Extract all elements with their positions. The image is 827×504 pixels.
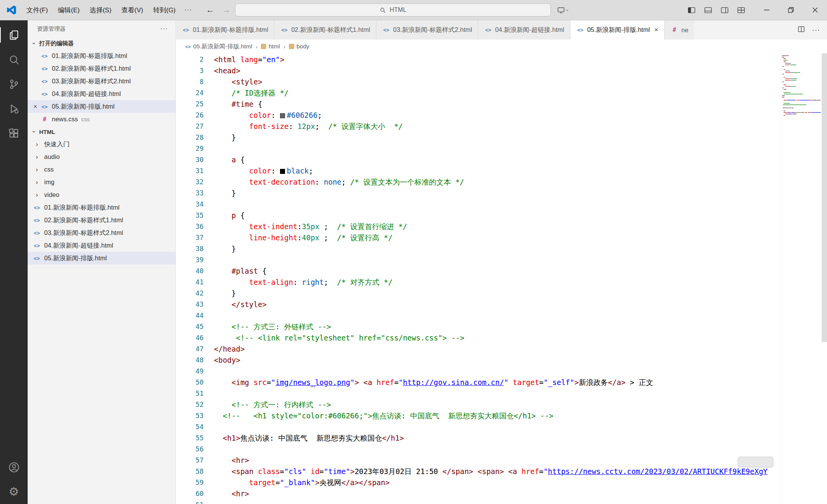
code-line[interactable]: 56	[176, 444, 781, 455]
breadcrumb-item[interactable]: body	[289, 43, 310, 50]
minimize-button[interactable]	[754, 0, 779, 20]
code-line[interactable]: 48<body>	[176, 355, 781, 366]
tree-item-file[interactable]: <>04.新浪新闻-超链接.html	[28, 239, 176, 252]
tab[interactable]: <>01.新浪新闻-标题排版.html	[176, 20, 274, 40]
code-line[interactable]: 53 <!-- <h1 style="color:#606266;">焦点访谈:…	[176, 410, 781, 421]
code-line[interactable]: 41 text-align: right; /* 对齐方式 */	[176, 277, 781, 288]
tab[interactable]: <>05.新浪新闻-排版.html×	[570, 20, 665, 40]
menu-item[interactable]: 转到(G)	[148, 3, 181, 17]
code-line[interactable]: 44	[176, 310, 781, 321]
tree-item-folder[interactable]: ›img	[28, 176, 176, 188]
code-line[interactable]: 31 color: black;	[176, 165, 781, 177]
close-button[interactable]	[803, 0, 827, 20]
code-line[interactable]: 55 <h1>焦点访谈: 中国底气 新思想夯实大粮国仓</h1>	[176, 433, 781, 444]
scrollbar-thumb[interactable]	[822, 53, 827, 342]
activity-run-debug[interactable]	[0, 96, 28, 121]
code-line[interactable]: 52 <!-- 方式一: 行内样式 -->	[176, 399, 781, 410]
activity-explorer[interactable]	[0, 23, 28, 47]
open-editor-item[interactable]: <>02.新浪新闻-标题样式1.html	[28, 62, 176, 75]
tab[interactable]: #ne	[665, 20, 694, 40]
open-editor-item[interactable]: <>03.新浪新闻-标题样式2.html	[28, 75, 176, 88]
code-line[interactable]: 59 target="_blank">央视网</a></span>	[176, 477, 781, 488]
history-forward-button[interactable]: →	[222, 5, 230, 15]
command-center-search[interactable]: HTML	[235, 3, 551, 17]
open-editor-item[interactable]: #news.csscss	[28, 113, 176, 126]
toggle-secondary-sidebar-button[interactable]	[721, 7, 729, 14]
close-icon[interactable]: ×	[31, 103, 40, 110]
settings-button[interactable]: ⚙	[0, 479, 28, 504]
titlebar-extra-dropdown[interactable]: ›	[557, 6, 568, 14]
code-line[interactable]: 37 line-height:40px ; /* 设置行高 */	[176, 232, 781, 243]
notification-toast[interactable]	[738, 457, 773, 467]
code-line[interactable]: 40 #plast {	[176, 266, 781, 277]
toggle-panel-button[interactable]	[704, 7, 712, 14]
sidebar-more-button[interactable]: ···	[160, 25, 168, 33]
code-line[interactable]: 39	[176, 254, 781, 266]
code-line[interactable]: 2<html lang="en">	[176, 54, 781, 65]
code-line[interactable]: 50 <img src="img/news_logo.png"> <a href…	[176, 377, 781, 388]
activity-source-control[interactable]	[0, 72, 28, 96]
code-line[interactable]: 35 p {	[176, 210, 781, 221]
code-line[interactable]: 27 font-size: 12px; /* 设置字体大小 */	[176, 121, 781, 132]
code-line[interactable]: 58 <span class="cls" id="time">2023年03月0…	[176, 466, 781, 477]
code-line[interactable]: 33 }	[176, 188, 781, 199]
code-line[interactable]: 54	[176, 421, 781, 433]
split-editor-button[interactable]	[797, 25, 805, 35]
customize-layout-button[interactable]	[737, 7, 745, 14]
toggle-sidebar-button[interactable]	[688, 7, 696, 14]
tab-close-icon[interactable]: ×	[655, 26, 658, 34]
tree-item-folder[interactable]: ›audio	[28, 150, 176, 163]
code-line[interactable]: 25 #time {	[176, 99, 781, 110]
activity-search[interactable]	[0, 47, 28, 72]
tab-more-button[interactable]: ···	[812, 26, 820, 34]
tab[interactable]: <>03.新浪新闻-标题样式2.html	[376, 20, 478, 40]
restore-button[interactable]	[779, 0, 803, 20]
code-line[interactable]: 28 }	[176, 132, 781, 143]
code-line[interactable]: 49	[176, 366, 781, 377]
code-line[interactable]: 8 <style>	[176, 76, 781, 88]
tree-item-file[interactable]: <>01.新浪新闻-标题排版.html	[28, 201, 176, 214]
menu-item[interactable]: 文件(F)	[22, 3, 53, 17]
history-back-button[interactable]: ←	[206, 5, 214, 15]
code-line[interactable]: 3<head>	[176, 65, 781, 76]
menu-item[interactable]: 编辑(E)	[53, 3, 85, 17]
tab[interactable]: <>02.新浪新闻-标题样式1.html	[274, 20, 376, 40]
code-line[interactable]: 30 a {	[176, 154, 781, 165]
tab[interactable]: <>04.新浪新闻-超链接.html	[478, 20, 570, 40]
code-line[interactable]: 26 color: #606266;	[176, 110, 781, 121]
breadcrumb-item[interactable]: <>05.新浪新闻-排版.html	[185, 43, 252, 51]
menu-item[interactable]: 查看(V)	[116, 3, 148, 17]
folder-section-header[interactable]: › HTML	[28, 126, 176, 138]
tree-item-file[interactable]: <>03.新浪新闻-标题样式2.html	[28, 226, 176, 239]
code-line[interactable]: 47</head>	[176, 344, 781, 355]
code-line[interactable]: 46 <!-- <link rel="stylesheet" href="css…	[176, 332, 781, 344]
code-line[interactable]: 57 <hr>	[176, 455, 781, 466]
tree-item-file[interactable]: <>02.新浪新闻-标题样式1.html	[28, 214, 176, 226]
code-line[interactable]: 60 <hr>	[176, 488, 781, 499]
code-line[interactable]: 45 <!-- 方式三: 外链样式 -->	[176, 321, 781, 332]
code-line[interactable]: 38 }	[176, 243, 781, 254]
code-line[interactable]: 61	[176, 499, 781, 504]
code-line[interactable]: 43 </style>	[176, 299, 781, 310]
open-editors-section-header[interactable]: › 打开的编辑器	[28, 37, 176, 50]
code-line[interactable]: 29	[176, 143, 781, 154]
code-line[interactable]: 51	[176, 388, 781, 399]
open-editor-item[interactable]: <>01.新浪新闻-标题排版.html	[28, 50, 176, 62]
code-line[interactable]: 32 text-decoration: none; /* 设置文本为一个标准的文…	[176, 177, 781, 188]
tree-item-folder[interactable]: ›video	[28, 188, 176, 201]
tree-item-folder[interactable]: ›快速入门	[28, 138, 176, 150]
code-line[interactable]: 34	[176, 199, 781, 210]
code-line[interactable]: 42 }	[176, 288, 781, 299]
menu-item[interactable]: 选择(S)	[85, 3, 116, 17]
breadcrumb-item[interactable]: html	[261, 43, 280, 50]
code-line[interactable]: 24 /* ID选择器 */	[176, 88, 781, 99]
open-editor-item[interactable]: <>04.新浪新闻-超链接.html	[28, 88, 176, 100]
activity-extensions[interactable]	[0, 121, 28, 145]
minimap[interactable]	[781, 53, 822, 504]
open-editor-item[interactable]: ×<>05.新浪新闻-排版.html	[28, 100, 176, 113]
tree-item-file[interactable]: <>05.新浪新闻-排版.html	[28, 252, 176, 264]
menubar-overflow-button[interactable]: ···	[181, 4, 196, 16]
tree-item-folder[interactable]: ›css	[28, 163, 176, 176]
code-area[interactable]: 2<html lang="en">3<head>8 <style>24 /* I…	[176, 53, 781, 504]
code-line[interactable]: 36 text-indent:35px ; /* 设置首行缩进 */	[176, 221, 781, 232]
